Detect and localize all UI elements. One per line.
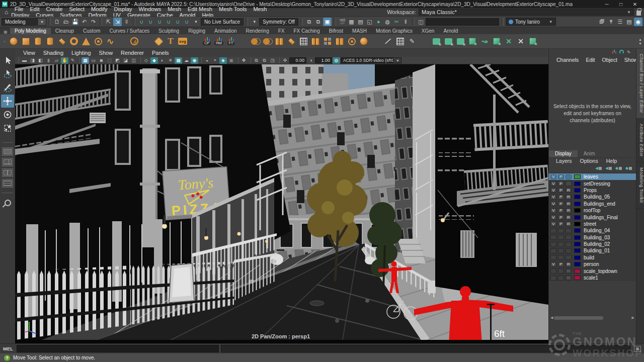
layer-visibility-toggle[interactable] bbox=[550, 228, 556, 233]
character-controls-icon[interactable]: 🕈 bbox=[607, 18, 615, 26]
layer-color-swatch[interactable] bbox=[574, 195, 581, 199]
sidebar-tab[interactable]: Modeling Toolkit bbox=[636, 162, 644, 209]
screenshot-icon[interactable]: ◳ bbox=[269, 57, 276, 64]
safe-action-icon[interactable]: ◪ bbox=[122, 57, 129, 64]
gamma-value[interactable]: 1.00 bbox=[315, 57, 332, 63]
bevel-icon[interactable] bbox=[466, 35, 478, 48]
menu-item[interactable]: File bbox=[11, 6, 27, 12]
layer-row[interactable]: Building_01 bbox=[549, 247, 636, 254]
render-setup-icon[interactable]: ✂ bbox=[392, 18, 401, 26]
poly-disc-icon[interactable] bbox=[92, 35, 104, 48]
subdiv-icon[interactable] bbox=[346, 35, 358, 48]
xray-icon[interactable]: ◓ bbox=[211, 57, 219, 64]
quad-draw-icon[interactable]: ✎ bbox=[406, 35, 418, 48]
layer-playback-toggle[interactable]: P bbox=[558, 201, 564, 206]
panel-menu-item[interactable]: Show bbox=[95, 50, 117, 56]
bridge-icon[interactable]: ↝ bbox=[478, 35, 491, 48]
3d-viewport-scene[interactable]: Tony's PIZZA bbox=[15, 64, 548, 343]
layer-color-swatch[interactable] bbox=[574, 202, 581, 206]
layer-color-swatch[interactable] bbox=[574, 242, 581, 246]
delete-history-icon[interactable]: Hist bbox=[213, 35, 225, 48]
freeze-transform-icon[interactable]: FT bbox=[225, 35, 237, 48]
shelf-tab[interactable]: Curves / Surfaces bbox=[105, 28, 154, 34]
layer-row[interactable]: R scale_topdown bbox=[549, 267, 636, 274]
layer-playback-toggle[interactable] bbox=[558, 255, 564, 260]
bridge-tool-icon[interactable] bbox=[394, 35, 406, 48]
move-layer-down-icon[interactable] bbox=[605, 166, 612, 171]
workspace-dropdown[interactable]: Maya Classic*▼ bbox=[419, 9, 634, 16]
attribute-editor-toggle-icon[interactable]: ▤ bbox=[625, 18, 633, 26]
poly-text-icon[interactable]: T bbox=[165, 35, 177, 48]
grease-pencil-icon[interactable]: ✎ bbox=[69, 57, 76, 64]
search-icon[interactable] bbox=[5, 200, 11, 206]
menu-item[interactable]: Display bbox=[111, 6, 135, 12]
separate-icon[interactable] bbox=[285, 35, 297, 48]
shelf-tab[interactable]: Arnold bbox=[439, 28, 462, 34]
output-connections-icon[interactable]: ⧉ bbox=[314, 18, 323, 26]
layer-playback-toggle[interactable]: P bbox=[558, 181, 564, 186]
layer-row[interactable]: R scale1 bbox=[549, 275, 636, 281]
sculpt-sphere-icon[interactable] bbox=[358, 35, 370, 48]
menu-item[interactable]: Windows bbox=[135, 6, 165, 12]
layer-display-type-toggle[interactable] bbox=[566, 181, 572, 186]
fill-hole-icon[interactable] bbox=[309, 35, 321, 48]
layer-color-swatch[interactable] bbox=[574, 255, 581, 260]
layer-display-type-toggle[interactable] bbox=[566, 174, 572, 179]
layer-display-type-toggle[interactable]: R bbox=[566, 268, 572, 274]
exposure-icon[interactable]: ✣ bbox=[281, 57, 289, 64]
new-scene-icon[interactable]: 🗋 bbox=[53, 18, 61, 26]
layer-playback-toggle[interactable] bbox=[558, 235, 564, 240]
shelf-tab[interactable]: Animation bbox=[210, 28, 241, 34]
move-layer-up-icon[interactable] bbox=[595, 166, 602, 171]
minimize-button[interactable]: ─ bbox=[600, 2, 614, 7]
poly-helix-icon[interactable]: ∿ bbox=[104, 35, 116, 48]
camera-attributes-icon[interactable]: ◧ bbox=[37, 57, 44, 64]
shelf-tab[interactable]: XGen bbox=[417, 28, 439, 34]
snap-point-icon[interactable]: ∪ bbox=[155, 18, 164, 26]
rotate-tool-icon[interactable] bbox=[1, 108, 14, 121]
shadows-icon[interactable]: ▩ bbox=[175, 57, 182, 64]
layer-visibility-toggle[interactable] bbox=[550, 242, 556, 247]
layer-playback-toggle[interactable] bbox=[558, 228, 564, 233]
gate-mask-icon[interactable]: ▢ bbox=[106, 57, 113, 64]
render-settings-icon[interactable]: ● bbox=[374, 18, 383, 26]
grid-icon[interactable]: ▦ bbox=[82, 57, 89, 64]
shelf-tab[interactable]: FX bbox=[274, 28, 289, 34]
layer-display-type-toggle[interactable] bbox=[566, 255, 572, 260]
layer-playback-toggle[interactable] bbox=[558, 268, 564, 274]
shelf-tab[interactable]: Rigging bbox=[184, 28, 210, 34]
single-pane-layout-button[interactable] bbox=[2, 147, 13, 156]
snap-grid-icon[interactable]: ∪ bbox=[137, 18, 146, 26]
paste-icon[interactable]: ⧉ bbox=[261, 57, 268, 64]
layer-playback-toggle[interactable]: P bbox=[558, 215, 564, 220]
select-camera-icon[interactable]: ▬ bbox=[21, 57, 28, 64]
shelf-tab[interactable]: MASH bbox=[348, 28, 371, 34]
layer-display-type-toggle[interactable]: R bbox=[566, 201, 572, 206]
user-account-dropdown[interactable]: Tony Ianiro ▼ bbox=[506, 18, 556, 26]
panel-menu-item[interactable]: Shading bbox=[39, 50, 67, 56]
layer-display-type-toggle[interactable] bbox=[566, 242, 572, 247]
shelf-tab[interactable]: FX Caching bbox=[289, 28, 324, 34]
snap-surface-icon[interactable]: ∪ bbox=[183, 18, 191, 26]
layer-visibility-toggle[interactable]: V bbox=[550, 221, 556, 226]
shelf-tab[interactable]: Poly Modeling bbox=[10, 28, 51, 34]
poly-sphere-icon[interactable] bbox=[8, 35, 20, 48]
construction-history-icon[interactable]: ▣ bbox=[323, 18, 332, 26]
layer-playback-toggle[interactable]: P bbox=[558, 188, 564, 193]
layer-visibility-toggle[interactable]: V bbox=[550, 188, 556, 193]
poly-plane-icon[interactable] bbox=[56, 35, 68, 48]
poly-torus-icon[interactable] bbox=[68, 35, 80, 48]
new-layer-icon[interactable] bbox=[625, 166, 632, 171]
layer-visibility-toggle[interactable] bbox=[550, 255, 556, 260]
layer-playback-toggle[interactable]: P bbox=[558, 174, 564, 179]
layer-playback-toggle[interactable] bbox=[558, 276, 564, 281]
command-input-field[interactable] bbox=[17, 345, 219, 352]
sidebar-tab[interactable]: Attribute Editor bbox=[636, 119, 644, 162]
layer-display-type-toggle[interactable]: R bbox=[566, 221, 572, 226]
render-region-icon[interactable]: ◱ bbox=[365, 18, 374, 26]
platonic-solid-icon[interactable] bbox=[128, 35, 140, 48]
layer-display-type-toggle[interactable]: R bbox=[566, 208, 572, 213]
shelf-tab[interactable]: Sculpting bbox=[154, 28, 184, 34]
render-view-icon[interactable]: 🎬 bbox=[338, 18, 347, 26]
merge-icon[interactable]: ✕ bbox=[503, 35, 515, 48]
